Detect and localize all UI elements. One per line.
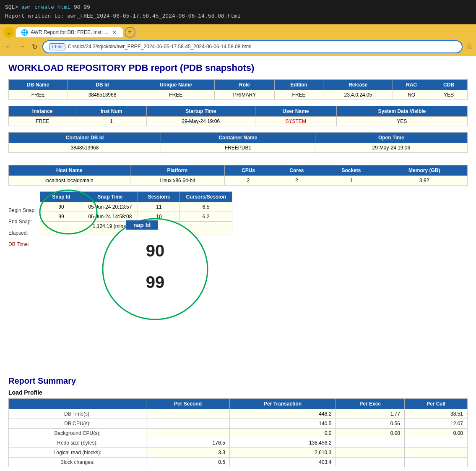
container-table: Container DB Id Container Name Open Time…: [8, 132, 468, 153]
snap-row-elapsed: 1,124.19 (mins): [40, 221, 232, 231]
snap-section: Begin Snap: End Snap: Elapsed: DB Time: …: [8, 191, 468, 250]
forward-button[interactable]: →: [17, 41, 27, 52]
col-rac: RAC: [393, 79, 430, 90]
block-per-exec: [336, 457, 405, 467]
terminal-line1: SQL> awr create html 90 99: [5, 3, 471, 12]
load-profile-subtitle: Load Profile: [8, 389, 468, 396]
bgcpu-per-call: 0.00: [405, 428, 468, 438]
dbcpu-per-call: 12.07: [405, 419, 468, 428]
col-cursors: Cursors/Session: [180, 191, 232, 202]
tab-favicon-icon: 🌐: [21, 29, 28, 36]
metric-bgcpu: Background CPU(s):: [9, 428, 146, 438]
instance-row: FREE 1 29-May-24 19:06 SYSTEM YES: [9, 116, 468, 126]
end-cursors: 6.2: [180, 212, 232, 221]
dbcpu-per-exec: 0.56: [336, 419, 405, 428]
col-platform: Platform: [130, 165, 225, 175]
col-open-time: Open Time: [315, 132, 467, 143]
file-badge: ℹ File: [49, 43, 65, 50]
tab-title: AWR Report for DB: FREE, Inst: ...: [31, 29, 109, 35]
load-row-logical: Logical read (blocks): 3.3 2,610.3: [9, 447, 468, 457]
col-unique-name: Unique Name: [137, 79, 215, 90]
load-row-redo: Redo size (bytes): 176.5 138,456.2: [9, 438, 468, 447]
logical-per-sec: 3.3: [146, 447, 230, 457]
new-tab-button[interactable]: +: [125, 27, 135, 38]
begin-snap-time: 05-Jun-24 20:13:57: [82, 202, 138, 212]
svg-text:99: 99: [146, 273, 165, 291]
col-container-name: Container Name: [161, 132, 315, 143]
bookmark-button[interactable]: ☆: [466, 42, 473, 51]
load-row-bgcpu: Background CPU(s): 0.0 0.00 0.00: [9, 428, 468, 438]
browser-tabs: ⌄ 🌐 AWR Report for DB: FREE, Inst: ... ✕…: [3, 27, 473, 38]
container-name-val: FREEPDB1: [161, 143, 315, 152]
release-val: 23.4.0.24.05: [323, 90, 393, 99]
tab-dropdown-button[interactable]: ⌄: [3, 27, 14, 38]
metric-logical: Logical read (blocks):: [9, 447, 146, 457]
dbtime-per-call: 38.51: [405, 409, 468, 419]
terminal-prompt: SQL>: [5, 4, 21, 10]
terminal-bar: SQL> awr create html 90 99 Report writte…: [0, 0, 476, 24]
dbtime-sessions: [138, 231, 180, 235]
platform-table: Host Name Platform CPUs Cores Sockets Me…: [8, 165, 468, 186]
active-tab[interactable]: 🌐 AWR Report for DB: FREE, Inst: ... ✕: [16, 27, 123, 37]
col-host-name: Host Name: [9, 165, 130, 175]
sys-data-val: YES: [336, 116, 467, 126]
snap-table-wrapper: Snap Id Snap Time Sessions Cursors/Sessi…: [40, 191, 232, 241]
address-bar[interactable]: ℹ File C:/sqlcl/24.2/sqlcl/bin/awr_FREE_…: [42, 40, 463, 53]
open-time-val: 29-May-24 19:06: [315, 143, 467, 152]
col-memory: Memory (GB): [381, 165, 468, 175]
metric-dbtime: DB Time(s):: [9, 409, 146, 419]
begin-cursors: 6.5: [180, 202, 232, 212]
file-label: File: [55, 44, 62, 49]
instance-val: FREE: [9, 116, 76, 126]
col-role: Role: [215, 79, 275, 90]
dbcpu-per-sec: [146, 419, 230, 428]
redo-per-exec: [336, 438, 405, 447]
col-per-exec: Per Exec: [336, 398, 405, 409]
metric-redo: Redo size (bytes):: [9, 438, 146, 447]
metric-dbcpu: DB CPU(s):: [9, 419, 146, 428]
role-val: PRIMARY: [215, 90, 275, 99]
col-cores: Cores: [272, 165, 321, 175]
elapsed-snap-id: [40, 221, 82, 231]
block-per-call: [405, 457, 468, 467]
page-content: WORKLOAD REPOSITORY PDB report (PDB snap…: [0, 56, 476, 471]
memory-val: 3.82: [381, 175, 468, 185]
bgcpu-per-sec: [146, 428, 230, 438]
begin-snap-label: Begin Snap:: [8, 205, 40, 216]
browser-chrome: ⌄ 🌐 AWR Report for DB: FREE, Inst: ... ✕…: [0, 24, 476, 56]
end-sessions: 10: [138, 212, 180, 221]
platform-val: Linux x86 64-bit: [130, 175, 225, 185]
dbcpu-per-txn: 140.5: [229, 419, 336, 428]
metric-block: Block changes:: [9, 457, 146, 467]
container-row: 3848513968 FREEPDB1 29-May-24 19:06: [9, 143, 468, 152]
cdb-val: YES: [430, 90, 468, 99]
snap-row-end: 99 06-Jun-24 14:58:08 10 6.2: [40, 212, 232, 221]
snap-labels: Begin Snap: End Snap: Elapsed: DB Time:: [8, 191, 40, 250]
sockets-val: 1: [321, 175, 381, 185]
back-button[interactable]: ←: [3, 41, 13, 52]
elapsed-cursors: [180, 221, 232, 231]
col-inst-num: Inst Num: [76, 106, 147, 116]
tab-close-button[interactable]: ✕: [111, 29, 118, 36]
snap-row-begin: 90 05-Jun-24 20:13:57 11 6.5: [40, 202, 232, 212]
logical-per-txn: 2,610.3: [229, 447, 336, 457]
redo-per-txn: 138,456.2: [229, 438, 336, 447]
user-name-val: SYSTEM: [255, 116, 336, 126]
reload-button[interactable]: ↻: [30, 41, 39, 52]
dbtime-snap-time: [82, 231, 138, 235]
terminal-args: 90 99: [74, 4, 90, 10]
browser-navigation: ← → ↻ ℹ File C:/sqlcl/24.2/sqlcl/bin/awr…: [3, 40, 473, 53]
instance-table: Instance Inst Num Startup Time User Name…: [8, 106, 468, 126]
col-edition: Edition: [274, 79, 323, 90]
inst-num-val: 1: [76, 116, 147, 126]
db-info-row: FREE 3848513968 FREE PRIMARY FREE 23.4.0…: [9, 90, 468, 99]
db-info-table: DB Name DB Id Unique Name Role Edition R…: [8, 79, 468, 100]
col-per-transaction: Per Transaction: [229, 398, 336, 409]
col-container-db-id: Container DB Id: [9, 132, 161, 143]
begin-snap-id: 90: [40, 202, 82, 212]
col-metric: [9, 398, 146, 409]
elapsed-time: 1,124.19 (mins): [82, 221, 138, 231]
col-sys-data: System Data Visible: [336, 106, 467, 116]
col-snap-id: Snap Id: [40, 191, 82, 202]
load-profile-table: Per Second Per Transaction Per Exec Per …: [8, 398, 468, 467]
